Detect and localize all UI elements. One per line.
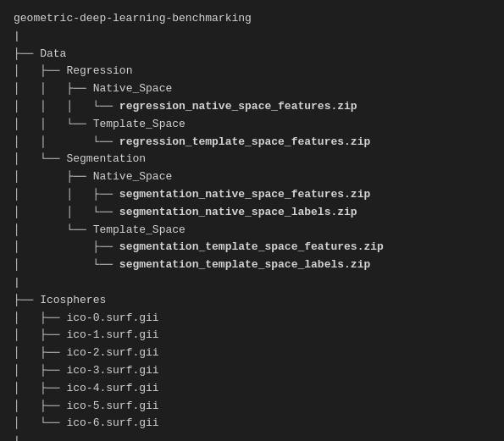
tree-line: │ └── Segmentation — [14, 151, 490, 168]
tree-line: │ │ ├── segmentation_native_space_featur… — [14, 186, 490, 204]
tree-line: │ ├── ico-4.surf.gii — [14, 380, 490, 398]
tree-line: │ │ │ └── regression_native_space_featur… — [14, 98, 490, 116]
tree-line: │ ├── ico-2.surf.gii — [14, 345, 490, 362]
tree-line: │ │ └── Template_Space — [14, 116, 490, 134]
tree-line: │ ├── ico-5.surf.gii — [14, 398, 490, 416]
tree-line: │ ├── ico-0.surf.gii — [14, 310, 490, 328]
tree-line: ├── Icospheres — [14, 292, 490, 310]
tree-line: │ │ ├── Native_Space — [14, 80, 490, 98]
tree-line: geometric-deep-learning-benchmarking — [14, 10, 490, 28]
tree-line: │ │ └── segmentation_native_space_labels… — [14, 204, 490, 222]
zip-file-label: segmentation_template_space_labels.zip — [119, 258, 370, 271]
tree-line: │ ├── Regression — [14, 63, 490, 80]
tree-line: │ └── ico-6.surf.gii — [14, 415, 490, 433]
tree-line: │ ├── ico-1.surf.gii — [14, 327, 490, 345]
tree-line: | — [14, 433, 490, 441]
tree-line: │ └── segmentation_template_space_labels… — [14, 256, 490, 274]
file-tree: geometric-deep-learning-benchmarking|├──… — [14, 10, 490, 441]
zip-file-label: segmentation_template_space_features.zip — [119, 240, 384, 253]
tree-line: │ ├── segmentation_template_space_featur… — [14, 239, 490, 256]
tree-line: | — [14, 28, 490, 46]
tree-line: │ └── Template_Space — [14, 222, 490, 240]
zip-file-label: segmentation_native_space_labels.zip — [119, 206, 357, 218]
tree-line: │ ├── ico-3.surf.gii — [14, 362, 490, 380]
tree-line: │ │ └── regression_template_space_featur… — [14, 134, 490, 152]
tree-line: ├── Data — [14, 46, 490, 63]
zip-file-label: regression_native_space_features.zip — [119, 100, 357, 113]
zip-file-label: segmentation_native_space_features.zip — [119, 188, 370, 201]
tree-line: | — [14, 274, 490, 292]
tree-line: │ ├── Native_Space — [14, 168, 490, 186]
zip-file-label: regression_template_space_features.zip — [119, 135, 370, 148]
